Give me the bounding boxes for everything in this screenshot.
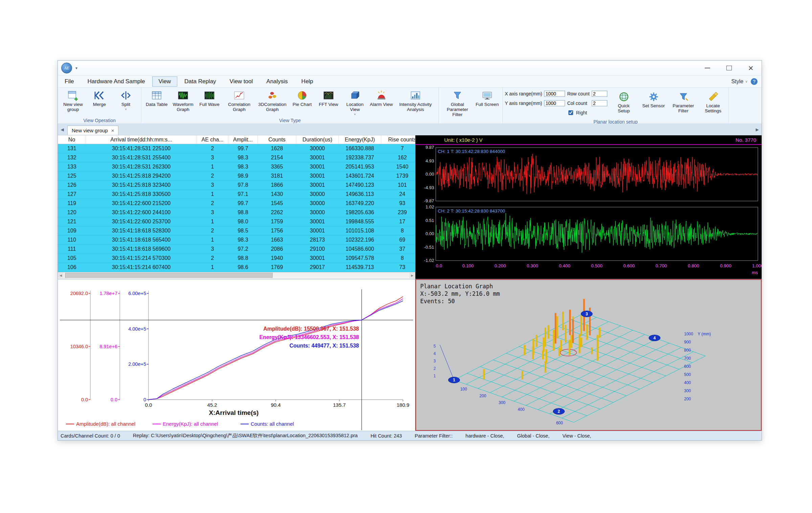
parameter-filter-button[interactable]: Parameter Filter [670, 90, 697, 119]
column-header[interactable]: AE cha... [197, 135, 228, 144]
merge-icon [94, 90, 105, 101]
svg-text:200: 200 [684, 397, 691, 401]
table-row[interactable]: 11930:15:41:22:600 215200299.71545300001… [58, 199, 415, 208]
column-header[interactable]: Counts [258, 135, 296, 144]
table-row[interactable]: 12130:15:41:22:600 253700198.01759300011… [58, 217, 415, 226]
split-dropdown-icon[interactable]: ˅ [125, 108, 127, 111]
tab-label: New view group [72, 128, 108, 133]
menu-item-data-replay[interactable]: Data Replay [178, 76, 223, 87]
column-header[interactable]: Rise counts [381, 135, 415, 144]
tab-scroll-left-icon[interactable]: ◀ [58, 124, 67, 135]
table-row[interactable]: 12530:15:41:25:818 294200298.93181300011… [58, 172, 415, 181]
tab-new-view-group[interactable]: New view group × [67, 126, 118, 135]
scrollbar-thumb[interactable] [65, 273, 273, 278]
svg-text:2: 2 [558, 409, 560, 414]
table-row[interactable]: 10530:15:41:15:214 570300298.81940300011… [58, 254, 415, 263]
column-header[interactable]: Arrival time(dd:hh:mm:s... [86, 135, 197, 144]
locate-settings-button[interactable]: Locate Settings [700, 90, 726, 119]
quick-setup-icon [618, 91, 630, 103]
row-count-input[interactable] [592, 91, 607, 97]
table-horizontal-scrollbar[interactable]: ◀ ▶ [58, 272, 415, 278]
tab-close-icon[interactable]: × [111, 128, 114, 133]
right-checkbox-row: Right [567, 109, 607, 116]
menu-item-hardware-and-sample[interactable]: Hardware And Sample [81, 76, 151, 87]
svg-text:3: 3 [433, 359, 436, 363]
hits-table: NoArrival time(dd:hh:mm:s...AE cha...Amp… [58, 135, 415, 272]
table-row[interactable]: 13130:15:41:28:531 225100299.71628300001… [58, 144, 415, 153]
table-row[interactable]: 11130:15:41:18:618 569600397.22086291001… [58, 245, 415, 254]
minimize-button[interactable] [697, 61, 718, 75]
style-label[interactable]: Style [731, 79, 744, 85]
close-button[interactable]: × [740, 61, 762, 75]
menu-item-analysis[interactable]: Analysis [260, 76, 294, 87]
fft-view-button[interactable]: FFT View [315, 88, 342, 118]
right-checkbox[interactable] [568, 110, 573, 115]
svg-text:4.93: 4.93 [426, 158, 434, 163]
col-count-input[interactable] [592, 100, 607, 106]
correlation-graph-button[interactable]: Correlation Graph [223, 88, 256, 118]
style-caret-icon[interactable]: ˅ [745, 80, 747, 84]
intensity-activity-analysis-button[interactable]: Intensity Activity Analysis [394, 88, 436, 118]
status-hardware-filter: hardware - Close, [466, 433, 504, 439]
split-button[interactable]: Split ˅ [113, 88, 139, 118]
scroll-left-icon[interactable]: ◀ [58, 272, 64, 278]
full-screen-button[interactable]: Full Screen [474, 88, 500, 118]
waveform-trace-ch2 [436, 213, 758, 253]
correlation-3d-graph-icon [267, 90, 278, 101]
column-header[interactable]: No [58, 135, 86, 144]
status-global-filter: Global - Close, [517, 433, 549, 439]
svg-text:180.9: 180.9 [397, 402, 409, 408]
x-axis-range-input[interactable] [544, 91, 565, 97]
scroll-right-icon[interactable]: ▶ [409, 272, 415, 278]
column-header[interactable]: Duration(us) [296, 135, 339, 144]
waveform-plot[interactable]: 9.874.930.00-4.93-9.87CH: 1 T: 30:15:42:… [415, 145, 762, 279]
merge-button[interactable]: Merge [86, 88, 113, 118]
full-wave-button[interactable]: Full Wave [196, 88, 223, 118]
waveform-header: Unit: ( x10e-2 ) V No. 3770 [415, 135, 762, 145]
svg-text:5: 5 [433, 344, 436, 349]
global-parameter-filter-button[interactable]: Global Parameter Filter [441, 88, 474, 118]
table-row[interactable]: 12630:15:41:25:818 323400397.81866300011… [58, 181, 415, 190]
maximize-button[interactable] [718, 61, 740, 75]
location-view-dropdown-icon[interactable]: ˅ [354, 113, 356, 116]
table-row[interactable]: 13330:15:41:28:531 262300198.33365300012… [58, 162, 415, 172]
table-row[interactable]: 10930:15:41:18:618 528300298.51756300011… [58, 226, 415, 236]
tab-scroll-right-icon[interactable]: ▶ [753, 124, 762, 135]
y-axis-range-label: Y axis range(mm) [505, 101, 542, 106]
y-axis-range-input[interactable] [544, 100, 565, 106]
column-header[interactable]: Amplit... [228, 135, 258, 144]
menu-item-view[interactable]: View [152, 76, 178, 87]
data-table-button[interactable]: Data Table [143, 88, 170, 118]
column-header[interactable]: Energy(KpJ) [339, 135, 381, 144]
set-sensor-button[interactable]: Set Sensor [640, 90, 667, 119]
new-view-group-button[interactable]: New view group [60, 88, 86, 118]
col-count-label: Col count [567, 101, 589, 106]
table-row[interactable]: 12730:15:41:25:818 330500197.11430300001… [58, 190, 415, 199]
waveform-graph-button[interactable]: Waveform Graph [170, 88, 196, 118]
quick-access-caret-icon[interactable]: ▼ [75, 66, 78, 70]
menu-item-view-tool[interactable]: View tool [223, 76, 260, 87]
svg-text:0.0: 0.0 [145, 402, 152, 408]
set-sensor-icon [648, 91, 659, 103]
menu-item-file[interactable]: File [58, 76, 80, 87]
location-view-button[interactable]: Location View ˅ [342, 88, 368, 118]
help-icon[interactable]: ? [751, 78, 758, 85]
trend-chart[interactable]: 20692.010346.00.01.78e+78.91e+60.06.00e+… [58, 279, 415, 431]
status-hit-count: Hit Count: 243 [370, 433, 402, 439]
svg-text:-4.93: -4.93 [424, 185, 434, 190]
svg-text:400: 400 [684, 380, 691, 385]
table-row[interactable]: 12030:15:41:22:600 244100398.82262300001… [58, 208, 415, 217]
x-axis-range-label: X axis range(mm) [505, 91, 542, 96]
svg-text:4: 4 [433, 351, 436, 356]
svg-text:0.900: 0.900 [720, 263, 731, 268]
table-row[interactable]: 13230:15:41:28:531 255400398.32154300011… [58, 153, 415, 162]
correlation-3d-graph-button[interactable]: 3DCorrelation Graph [256, 88, 289, 118]
alarm-view-button[interactable]: Alarm View [368, 88, 394, 118]
row-count-label: Row count [567, 91, 589, 96]
table-row[interactable]: 10630:15:41:15:214 607400198.61769290171… [58, 263, 415, 272]
svg-text:8.91e+6: 8.91e+6 [99, 344, 117, 349]
quick-setup-button[interactable]: Quick Setup [611, 90, 637, 119]
table-row[interactable]: 11030:15:41:18:618 565400198.31663281731… [58, 236, 415, 245]
menu-item-help[interactable]: Help [295, 76, 320, 87]
pie-chart-button[interactable]: Pie Chart [289, 88, 315, 118]
